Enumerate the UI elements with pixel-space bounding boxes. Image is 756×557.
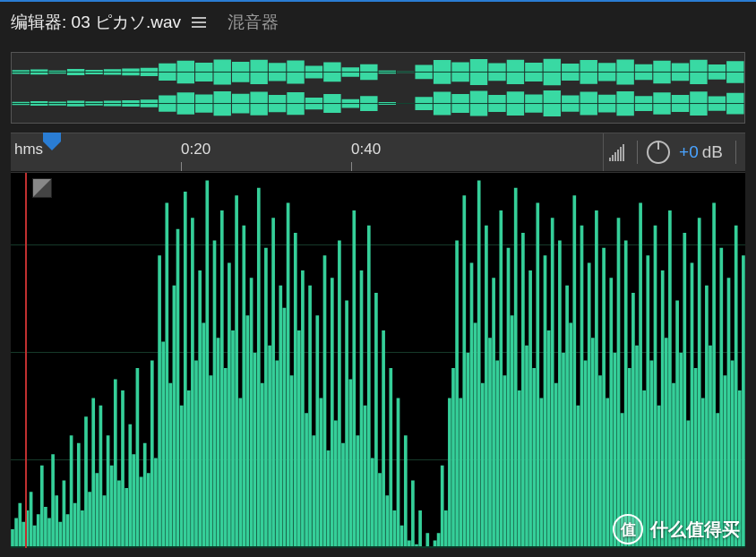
channel-indicator[interactable] (32, 178, 52, 198)
ruler-tick (181, 162, 182, 171)
overview-waveform-svg (12, 53, 744, 123)
ruler-unit-label: hms (14, 141, 43, 159)
waveform-main[interactable] (11, 172, 745, 548)
tab-mixer[interactable]: 混音器 (228, 11, 279, 34)
waveform-overview[interactable] (11, 52, 745, 124)
timeline-ruler-row: hms 0:200:40 +0dB (11, 133, 745, 172)
watermark-badge-icon: 值 (613, 514, 643, 544)
playhead-line (25, 173, 27, 548)
tab-mixer-label: 混音器 (228, 11, 279, 34)
divider (735, 141, 736, 164)
divider (637, 141, 638, 164)
playhead-marker[interactable] (41, 131, 63, 152)
main-waveform-svg (11, 173, 745, 548)
ruler-tick-label: 0:40 (351, 141, 381, 159)
watermark-text: 什么值得买 (650, 518, 740, 542)
tab-editor-label: 编辑器: 03 ピカソ.wav (11, 11, 181, 34)
ruler-tick (351, 162, 352, 171)
panel-tabs: 编辑器: 03 ピカソ.wav 混音器 (0, 2, 756, 43)
volume-value: +0 (679, 142, 699, 161)
volume-knob[interactable] (647, 141, 670, 164)
watermark: 值 什么值得买 (613, 514, 740, 544)
tab-editor[interactable]: 编辑器: 03 ピカソ.wav (11, 11, 206, 34)
ruler-right-controls: +0dB (603, 133, 745, 171)
level-meter-icon[interactable] (609, 143, 624, 161)
timeline-ruler[interactable]: hms 0:200:40 (11, 133, 603, 171)
volume-readout[interactable]: +0dB (679, 142, 723, 162)
ruler-tick-label: 0:20 (181, 141, 210, 159)
volume-unit: dB (702, 142, 723, 161)
menu-icon[interactable] (192, 17, 206, 28)
